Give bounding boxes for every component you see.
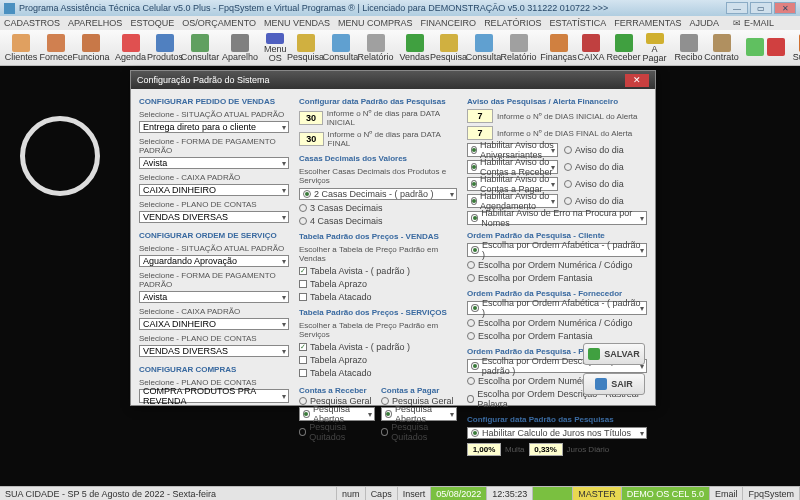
input-dias-inicial[interactable]: 30 [299,111,323,125]
status-email[interactable]: Email [710,487,744,500]
menu-item[interactable]: OS/ORÇAMENTO [182,18,256,28]
radio-aviso-dia[interactable]: Aviso do dia [564,143,647,157]
check-atacado-vendas[interactable]: Tabela Atacado [299,292,457,302]
toolbar-icon [297,34,315,52]
menu-item[interactable]: MENU VENDAS [264,18,330,28]
menu-item[interactable]: CADASTROS [4,18,60,28]
select-pagamento-vendas[interactable]: Avista [139,157,289,169]
radio-aviso-receber[interactable]: Habilitar Aviso do Contas a Receber [467,160,558,174]
dialog-close-button[interactable]: ✕ [625,74,649,87]
radio-aviso-aniv[interactable]: Habilitar Aviso dos Aniversariantes [467,143,558,157]
radio-aviso-dia[interactable]: Aviso do dia [564,194,647,208]
radio-3casas[interactable]: 3 Casas Decimais [299,203,457,213]
toolbar-button[interactable]: Recibo [674,32,704,64]
check-aprazo-serv[interactable]: Tabela Aprazo [299,355,457,365]
toolbar-button[interactable]: A Pagar [642,32,668,64]
radio-pag-abertos[interactable]: Pesquisa Abertos [381,407,457,421]
maximize-button[interactable]: ▭ [750,2,772,14]
toolbar-icon [475,34,493,52]
toolbar-icon [156,34,174,52]
radio-juros-hab[interactable]: Habilitar Calculo de Juros nos Títulos [467,427,647,439]
menu-item[interactable]: AJUDA [690,18,720,28]
select-plano-vendas[interactable]: VENDAS DIVERSAS [139,211,289,223]
menu-item[interactable]: RELATÓRIOS [484,18,541,28]
toolbar-button[interactable]: Menu OS [263,32,288,64]
toolbar-button[interactable]: Vendas [399,32,431,64]
toolbar-button[interactable]: Contrato [705,32,739,64]
select-pagamento-os[interactable]: Avista [139,291,289,303]
label: Selecione - CAIXA PADRÃO [139,307,289,316]
toolbar-button[interactable]: Pesquisa [289,32,323,64]
toolbar-button[interactable]: Aparelho [223,32,257,64]
radio-aviso-agend[interactable]: Habilitar Aviso do Agendamento [467,194,558,208]
label: Escolher Casas Decimais dos Produtos e S… [299,167,457,185]
radio-for-fant[interactable]: Escolha por Ordem Fantasia [467,331,647,341]
input-multa[interactable]: 1,00% [467,443,501,456]
toolbar-button[interactable]: Suporte [792,32,800,64]
group-aviso: Aviso das Pesquisas / Alerta Financeiro [467,97,647,106]
radio-4casas[interactable]: 4 Casas Decimais [299,216,457,226]
check-avista-serv[interactable]: ✓Tabela Avista - ( padrão ) [299,342,457,352]
menu-item[interactable]: FERRAMENTAS [614,18,681,28]
menu-item[interactable]: MENU COMPRAS [338,18,413,28]
radio-aviso-dia[interactable]: Aviso do dia [564,160,647,174]
select-situacao-os[interactable]: Aguardando Aprovação [139,255,289,267]
toolbar-button[interactable]: Clientes [4,32,38,64]
toolbar-icon [231,34,249,52]
toolbar-button[interactable]: Produtos [148,32,182,64]
toolbar-button[interactable]: Pesquisa [432,32,466,64]
toolbar-button[interactable]: Consulta [324,32,358,64]
check-avista-vendas[interactable]: ✓Tabela Avista - ( padrão ) [299,266,457,276]
toolbar-button[interactable]: Consulta [467,32,501,64]
menu-item[interactable]: ESTOQUE [130,18,174,28]
minimize-button[interactable]: — [726,2,748,14]
toolbar-button[interactable]: Receber [607,32,641,64]
input-juros[interactable]: 0,33% [529,443,563,456]
radio-cli-fant[interactable]: Escolha por Ordem Fantasia [467,273,647,283]
toolbar-button[interactable]: Funciona [74,32,108,64]
check-aprazo-vendas[interactable]: Tabela Aprazo [299,279,457,289]
radio-pag-quitados[interactable]: Pesquisa Quitados [381,422,457,442]
toolbar-button[interactable]: Finanças [542,32,576,64]
menu-item[interactable]: FINANCEIRO [421,18,477,28]
exit-button[interactable]: SAIR [583,373,645,395]
menu-item[interactable]: ESTATÍSTICA [549,18,606,28]
radio-cli-alfa[interactable]: Escolha por Ordem Afabética - ( padrão ) [467,243,647,257]
toolbar-button[interactable]: Agenda [114,32,147,64]
select-plano-compras[interactable]: COMPRA PRODUTOS PRA REVENDA [139,389,289,403]
save-button[interactable]: SALVAR [583,343,645,365]
toolbar-button[interactable] [745,32,765,64]
toolbar-button[interactable] [766,32,786,64]
input-alerta-final[interactable]: 7 [467,126,493,140]
select-caixa-os[interactable]: CAIXA DINHEIRO [139,318,289,330]
status-date: 05/08/2022 [431,487,487,500]
status-fpq[interactable]: FpqSystem [743,487,800,500]
radio-aviso-pagar[interactable]: Habilitar Aviso do Contas a Pagar [467,177,558,191]
close-button[interactable]: ✕ [774,2,796,14]
radio-aviso-erro[interactable]: Habilitar Aviso de Erro na Procura por N… [467,211,647,225]
toolbar-button[interactable]: CAIXA [577,32,606,64]
radio-2casas[interactable]: 2 Casas Decimais - ( padrão ) [299,188,457,200]
select-caixa-vendas[interactable]: CAIXA DINHEIRO [139,184,289,196]
check-atacado-serv[interactable]: Tabela Atacado [299,368,457,378]
radio-aviso-dia[interactable]: Aviso do dia [564,177,647,191]
input-alerta-inicial[interactable]: 7 [467,109,493,123]
input-dias-final[interactable]: 30 [299,132,324,146]
select-plano-os[interactable]: VENDAS DIVERSAS [139,345,289,357]
toolbar-button[interactable]: Consultar [183,32,217,64]
status-caps: Caps [366,487,398,500]
radio-rec-abertos[interactable]: Pesquisa Abertos [299,407,375,421]
radio-cli-num[interactable]: Escolha por Ordem Numérica / Código [467,260,647,270]
toolbar-button[interactable]: Fornece [39,32,73,64]
radio-rec-quitados[interactable]: Pesquisa Quitados [299,422,375,442]
radio-for-alfa[interactable]: Escolha por Ordem Afabética - ( padrão ) [467,301,647,315]
toolbar-button[interactable]: Relatório [359,32,393,64]
radio-for-num[interactable]: Escolha por Ordem Numérica / Código [467,318,647,328]
label: Selecione - FORMA DE PAGAMENTO PADRÃO [139,271,289,289]
select-situacao-vendas[interactable]: Entrega direto para o cliente [139,121,289,133]
toolbar-button[interactable]: Relatório [502,32,536,64]
menu-item[interactable]: APARELHOS [68,18,122,28]
status-insert: Insert [398,487,432,500]
email-button[interactable]: ✉ E-MAIL [733,18,774,28]
toolbar-icon [406,34,424,52]
